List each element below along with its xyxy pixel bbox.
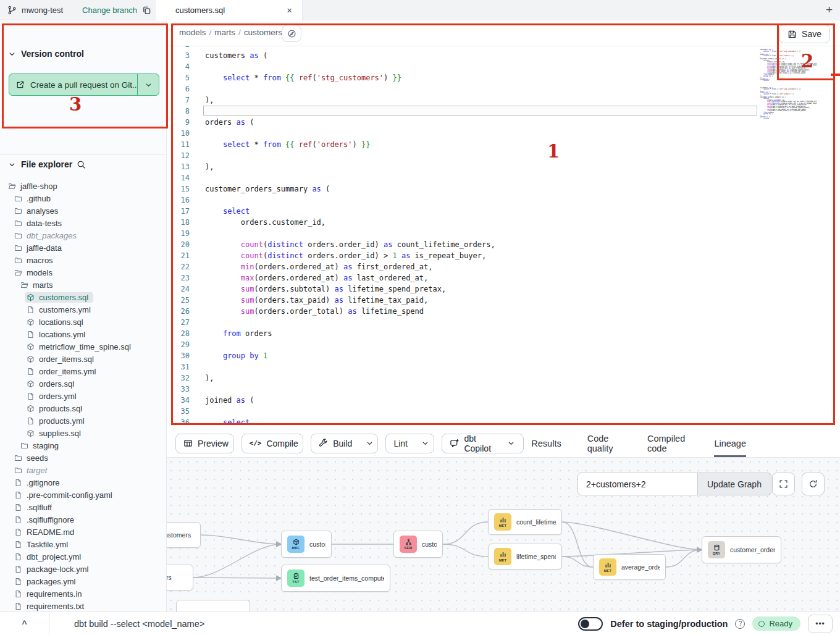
create-pull-request-button[interactable]: Create a pull request on Git... [9,74,159,96]
file-tree-item[interactable]: dbt_packages [0,229,166,242]
lineage-node-customers_sem[interactable]: SEMcustomers [393,531,443,558]
line-number: 12 [167,150,190,161]
file-explorer-header[interactable]: File explorer [7,159,159,169]
lineage-node-average_order_value[interactable]: METaverage_order_value [593,554,666,580]
file-tree-item[interactable]: order_items.yml [0,365,166,377]
version-control-header[interactable]: Version control [7,49,84,59]
file-tree-item[interactable]: locations.sql [0,316,166,328]
folder-icon [20,442,28,450]
file-tree-item[interactable]: analyses [0,204,166,217]
code-editor[interactable]: 23customers as (45 select * from {{ ref(… [167,46,840,429]
sidebar: Version control Create a pull request on… [0,20,167,612]
file-tree-item[interactable]: products.sql [0,402,166,414]
file-tree-item[interactable]: models [0,266,166,279]
file-icon [27,417,35,425]
toolbar-button-lint-dropdown[interactable] [415,434,434,453]
file-tree-item[interactable]: staging [0,439,166,452]
file-icon [27,306,35,314]
badge-qry: QRY [708,541,725,558]
tab-code-quality[interactable]: Code quality [587,429,621,457]
file-tree-item[interactable]: .sqlfluffignore [0,513,166,526]
lineage-selector-input[interactable] [578,473,698,495]
lineage-node-stg_customers[interactable]: stg_customers [167,522,201,548]
file-tree-item[interactable]: target [0,464,166,476]
file-tree-item[interactable]: customers.yml [0,303,166,316]
file-tree-item[interactable]: metricflow_time_spine.sql [0,340,166,353]
file-tree-item[interactable]: marts [0,279,166,291]
file-tree-item[interactable]: seeds [0,452,166,464]
file-tree-item[interactable]: .gitignore [0,476,166,489]
toolbar-button-compile[interactable]: </>Compile [242,434,304,453]
lineage-node-orders[interactable]: orders [167,565,193,591]
line-number: 18 [167,217,190,228]
code-lines: 23customers as (45 select * from {{ ref(… [167,46,840,428]
command-bar-expand-button[interactable]: ^ [0,612,49,635]
change-branch-link[interactable]: Change branch [82,6,137,15]
file-tree-item[interactable]: supplies.sql [0,427,166,439]
code-line: 23 max(orders.ordered_at) as last_ordere… [167,272,840,284]
code-line: 11 select * from {{ ref('orders') }} [167,139,840,150]
line-number: 19 [167,228,190,239]
file-tree-item[interactable]: orders.yml [0,390,166,402]
toolbar-button-preview[interactable]: Preview [175,434,234,453]
file-tree-item[interactable]: locations.yml [0,328,166,340]
toolbar-button-build[interactable]: Build [311,434,378,453]
file-icon [14,528,22,536]
update-graph-button[interactable]: Update Graph [698,473,771,495]
lineage-node-test[interactable]: TSTtest_order_items_compute_to_bools... [281,565,390,592]
tab-compiled-code[interactable]: Compiled code [647,429,688,457]
file-tree-item[interactable]: data-tests [0,217,166,229]
lineage-compass-button[interactable] [282,25,301,42]
tab-results[interactable]: Results [531,429,561,457]
badge-tst: TST [287,570,304,587]
line-number: 31 [167,361,190,372]
file-tree-item[interactable]: packages.yml [0,575,166,587]
file-tree-item[interactable]: products.yml [0,414,166,427]
folder-open-icon [14,269,22,277]
lineage-node-lifetime_spend_pretax[interactable]: METlifetime_spend_pretax [488,544,562,570]
toolbar-button-lint[interactable]: Lint [385,434,434,453]
tab-lineage[interactable]: Lineage [714,429,746,457]
save-button[interactable]: Save [779,25,830,43]
file-tree-item[interactable]: jaffle-data [0,242,166,254]
pr-dropdown-button[interactable] [138,74,159,95]
file-tree-item[interactable]: .github [0,192,166,204]
file-tree-item[interactable]: .pre-commit-config.yaml [0,489,166,501]
pr-button-label: Create a pull request on Git... [30,80,137,90]
file-tree-item[interactable]: dbt_project.yml [0,550,166,563]
file-tree-item[interactable]: .sqlfluff [0,501,166,513]
file-tree-item[interactable]: customers.sql [0,291,166,303]
editor-panel: models/marts/customers.sql Save 23custom… [167,20,840,429]
lineage-node-customer_order_metrics[interactable]: QRYcustomer_order_metrics [702,536,781,563]
file-tree-item[interactable]: macros [0,254,166,266]
refresh-button[interactable] [802,473,825,495]
badge-met: MET [494,513,511,531]
code-line: 5 select * from {{ ref('stg_customers') … [167,72,840,83]
badge-met: MET [599,558,616,576]
help-icon[interactable]: ? [735,619,745,629]
toolbar-button-build-dropdown[interactable] [359,434,378,453]
toolbar-button-dbt-copilot[interactable]: dbt Copilot [442,434,524,453]
close-icon[interactable]: × [284,5,295,15]
file-tree-item[interactable]: requirements.txt [0,600,166,612]
file-tree-item[interactable]: README.md [0,526,166,538]
file-tree-item[interactable]: requirements.in [0,587,166,600]
file-tree-item[interactable]: order_items.sql [0,353,166,365]
editor-minimap[interactable]: customers as ( select * from {{ ref('stg… [760,49,817,125]
new-tab-button[interactable]: + [826,2,833,17]
file-tree-item[interactable]: jaffle-shop [0,180,166,192]
tab-customers-sql[interactable]: customers.sql × [156,0,303,20]
command-text[interactable]: dbt build --select <model_name> [74,612,204,635]
lineage-node-customers_mdl[interactable]: MDLcustomers [281,531,332,558]
line-number: 17 [167,206,190,217]
line-number: 6 [167,83,190,95]
lineage-node-count_lifetime_orders[interactable]: METcount_lifetime_orders [488,509,562,535]
file-tree-item[interactable]: Taskfile.yml [0,538,166,550]
file-tree-item[interactable]: package-lock.yml [0,563,166,575]
lineage-node-stub[interactable] [176,600,250,612]
more-options-button[interactable]: ••• [808,615,833,633]
fullscreen-button[interactable] [772,473,795,495]
cube-icon [27,380,35,388]
defer-toggle[interactable] [578,617,603,631]
file-tree-item[interactable]: orders.sql [0,377,166,390]
